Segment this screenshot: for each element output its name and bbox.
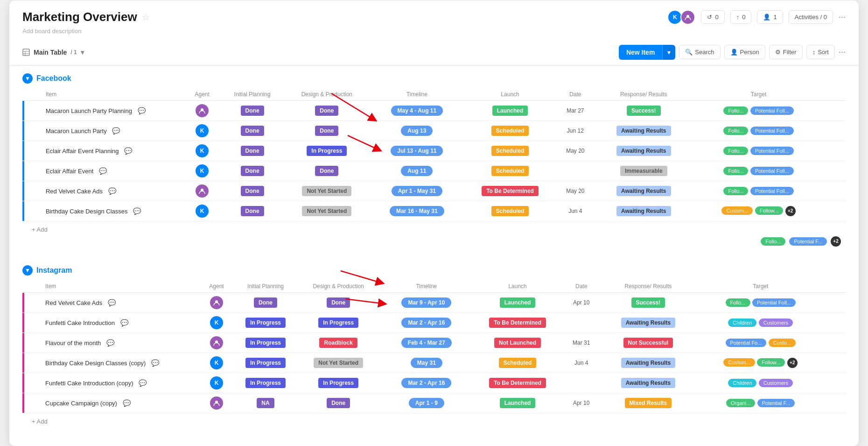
target-pill[interactable]: Potential F... (757, 399, 795, 407)
target-pill[interactable]: Follo... (723, 147, 748, 155)
row-name[interactable]: Funfetti Cake Introduction 💬 (41, 312, 201, 333)
instagram-group-title[interactable]: Instagram (36, 266, 72, 275)
target-pill[interactable]: Potential Foll... (750, 147, 794, 155)
chat-icon[interactable]: 💬 (139, 379, 147, 387)
target-pill[interactable]: Potential Foll... (750, 127, 794, 135)
agent-avatar (195, 103, 210, 118)
table-row: Funfetti Cake Introduction (copy) 💬 K In… (22, 373, 846, 393)
chat-icon[interactable]: 💬 (108, 187, 116, 195)
facebook-group-toggle[interactable]: ▼ (22, 73, 33, 84)
person-button[interactable]: 👤 Person (724, 45, 765, 59)
target-pill[interactable]: Potential Foll... (752, 298, 796, 307)
production-badge: Done (327, 297, 350, 308)
chat-icon[interactable]: 💬 (124, 147, 132, 155)
reactions-btn[interactable]: ↺ 0 (701, 10, 724, 24)
date-cell: Jun 4 (560, 353, 602, 373)
chat-icon[interactable]: 💬 (108, 299, 116, 306)
activities-btn[interactable]: Activities / 0 (789, 10, 833, 24)
target-pill[interactable]: Follow... (755, 206, 783, 215)
svg-rect-1 (23, 49, 29, 56)
row-name[interactable]: Birthday Cake Design Classes (copy) 💬 (41, 353, 201, 373)
date-cell: Mar 31 (560, 333, 602, 353)
col-response: Response/ Results (602, 280, 693, 293)
col-target: Target (690, 88, 827, 101)
launch-badge: Scheduled (491, 146, 529, 156)
members-btn[interactable]: 👤 1 (757, 10, 783, 24)
new-item-arrow-button[interactable]: ▾ (662, 45, 675, 60)
chat-icon[interactable]: 💬 (99, 167, 107, 175)
more-menu-icon[interactable]: ··· (839, 12, 846, 22)
target-pill[interactable]: Children (728, 319, 756, 327)
target-pill[interactable]: Follo... (723, 127, 748, 135)
row-name[interactable]: Red Velvet Cake Ads 💬 (41, 292, 201, 312)
target-pill[interactable]: Organi... (726, 399, 755, 407)
table-row: Birthday Cake Design Classes 💬 K Done No… (22, 201, 846, 221)
planning-badge: In Progress (245, 378, 286, 388)
target-pill[interactable]: Custo... (769, 339, 796, 347)
target-more[interactable]: +2 (785, 206, 796, 216)
launch-badge: Scheduled (491, 206, 529, 216)
target-pill[interactable]: Custom... (723, 358, 755, 367)
chat-icon[interactable]: 💬 (123, 399, 131, 407)
chat-icon[interactable]: 💬 (133, 207, 141, 215)
target-pill[interactable]: Follo... (723, 106, 748, 115)
footer-target-more[interactable]: +2 (831, 236, 841, 247)
sort-icon: ↕ (812, 49, 816, 56)
row-name[interactable]: Macaron Launch Party 💬 (41, 120, 186, 141)
target-pill[interactable]: Customers (759, 379, 793, 387)
facebook-group-title[interactable]: Facebook (36, 74, 71, 83)
response-badge: Awaiting Results (621, 378, 675, 388)
target-pill[interactable]: Follow... (757, 358, 785, 367)
target-more[interactable]: +2 (787, 358, 798, 368)
agent-avatar (209, 295, 224, 310)
production-badge: Roadblock (319, 338, 357, 348)
planning-badge: In Progress (245, 358, 286, 368)
toolbar-more-icon[interactable]: ··· (839, 47, 846, 57)
filter-button[interactable]: ⚙ Filter (769, 45, 803, 59)
target-pill[interactable]: Children (728, 379, 756, 387)
target-pill[interactable]: Potential Foll... (750, 187, 794, 195)
agent-avatar-k: K (209, 355, 224, 370)
instagram-group: ▼ Instagram Item Agent Initial Planning … (22, 258, 846, 425)
star-icon[interactable]: ☆ (142, 12, 149, 22)
target-pill[interactable]: Follo... (723, 187, 748, 195)
table-selector[interactable]: Main Table / 1 ▾ (22, 49, 84, 56)
footer-target-pill[interactable]: Follo... (761, 237, 785, 246)
chat-icon[interactable]: 💬 (138, 107, 146, 114)
row-name[interactable]: Eclair Affair Event 💬 (41, 161, 186, 181)
target-pill[interactable]: Follo... (723, 167, 748, 175)
board-subtitle[interactable]: Add board description (22, 28, 846, 35)
sort-button[interactable]: ↕ Sort (806, 45, 835, 59)
chat-icon[interactable]: 💬 (106, 339, 114, 347)
new-item-button[interactable]: New Item (619, 45, 662, 60)
footer-target-pill[interactable]: Potential F... (789, 237, 827, 246)
row-name[interactable]: Cupcake Campaign (copy) 💬 (41, 393, 201, 413)
target-pill[interactable]: Customers (759, 319, 793, 327)
target-pill[interactable]: Follo... (726, 298, 750, 307)
launch-badge: Scheduled (491, 166, 529, 176)
row-name[interactable]: Red Velvet Cake Ads 💬 (41, 181, 186, 201)
target-pill[interactable]: Potential Foll... (750, 106, 794, 115)
row-name[interactable]: Funfetti Cake Introduction (copy) 💬 (41, 373, 201, 393)
instagram-group-toggle[interactable]: ▼ (22, 265, 33, 276)
planning-badge: Done (241, 186, 264, 196)
row-name[interactable]: Flavour of the month 💬 (41, 333, 201, 353)
row-name[interactable]: Birthday Cake Design Classes 💬 (41, 201, 186, 221)
date-cell: Apr 10 (560, 292, 602, 312)
ig-add-row-button[interactable]: + Add (27, 414, 52, 425)
agent-avatar-k: K (209, 375, 224, 390)
chat-icon[interactable]: 💬 (151, 359, 159, 367)
chat-icon[interactable]: 💬 (120, 319, 128, 326)
row-name[interactable]: Macaron Launch Party Planning 💬 (41, 100, 186, 120)
target-pill[interactable]: Potential Fo... (726, 339, 767, 347)
target-pill[interactable]: Potential Foll... (750, 167, 794, 175)
search-button[interactable]: 🔍 Search (679, 45, 720, 59)
share-btn[interactable]: ↑ 0 (730, 10, 752, 24)
timeline-badge: Aug 13 (401, 126, 433, 136)
add-row-button[interactable]: + Add (27, 222, 52, 237)
target-pill[interactable]: Custom... (721, 206, 753, 215)
row-name[interactable]: Eclair Affair Event Planning 💬 (41, 141, 186, 161)
timeline-badge: May 4 - Aug 11 (391, 106, 443, 116)
new-item-button-group[interactable]: New Item ▾ (619, 45, 675, 60)
chat-icon[interactable]: 💬 (112, 127, 120, 135)
